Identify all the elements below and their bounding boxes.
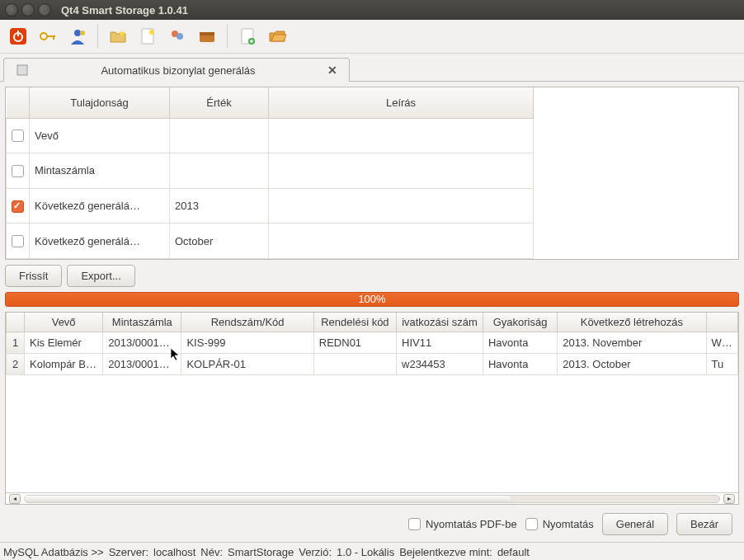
prop-row[interactable]: Következő generálá… October bbox=[7, 224, 534, 259]
checkbox[interactable] bbox=[12, 165, 24, 177]
row-number[interactable]: 2 bbox=[7, 354, 25, 375]
cell[interactable]: 2013/0001… bbox=[103, 332, 181, 354]
add-document-icon[interactable] bbox=[236, 25, 259, 48]
status-server-label: Szerver: bbox=[109, 546, 148, 558]
col-header[interactable]: Rendszám/Kód bbox=[181, 313, 313, 332]
prop-value[interactable] bbox=[170, 153, 269, 189]
window-maximize-button[interactable]: ▢ bbox=[38, 3, 51, 16]
svg-point-10 bbox=[149, 30, 154, 35]
cell[interactable]: HIV11 bbox=[397, 332, 483, 354]
prop-value[interactable]: October bbox=[170, 224, 269, 259]
status-bar: MySQL Adatbázis >> Szerver: localhost Né… bbox=[0, 542, 744, 560]
cell[interactable]: Kolompár B… bbox=[25, 354, 103, 375]
document-icon[interactable] bbox=[136, 25, 159, 48]
prop-row[interactable]: Vevő bbox=[7, 118, 534, 153]
col-header[interactable]: Következő létrehozás bbox=[558, 313, 706, 332]
svg-rect-17 bbox=[17, 65, 27, 75]
col-header[interactable]: Vevő bbox=[25, 313, 103, 332]
table-row[interactable]: 2 Kolompár B… 2013/0001… KOLPÁR-01 w2344… bbox=[7, 354, 738, 375]
svg-point-7 bbox=[80, 31, 85, 35]
users-icon[interactable] bbox=[166, 25, 189, 48]
print-pdf-label: Nyomtatás PDF-be bbox=[426, 518, 517, 530]
cell[interactable]: 2013. October bbox=[558, 354, 706, 375]
close-icon[interactable]: ✕ bbox=[327, 64, 337, 77]
checkbox[interactable] bbox=[12, 200, 24, 213]
cell[interactable]: Havonta bbox=[483, 354, 557, 375]
cell[interactable]: Kis Elemér bbox=[25, 332, 103, 354]
print-pdf-option[interactable]: Nyomtatás PDF-be bbox=[408, 518, 517, 530]
properties-table: Tulajdonság Érték Leírás Vevő Mintaszáml… bbox=[5, 87, 739, 260]
bottom-bar: Nyomtatás PDF-be Nyomtatás Generál Bezár bbox=[5, 510, 739, 537]
open-folder-icon[interactable] bbox=[266, 25, 289, 48]
generate-button[interactable]: Generál bbox=[602, 513, 668, 535]
checkbox[interactable] bbox=[12, 129, 24, 142]
col-header[interactable]: ivatkozási szám bbox=[397, 313, 483, 332]
cell[interactable] bbox=[313, 354, 396, 375]
tab-auto-voucher[interactable]: Automatikus bizonylat generálás ✕ bbox=[3, 58, 350, 82]
close-button[interactable]: Bezár bbox=[676, 513, 732, 535]
titlebar: ✕ ─ ▢ Qt4 Smart Storage 1.0.41 bbox=[0, 0, 744, 20]
prop-label: Következő generálá… bbox=[30, 224, 170, 259]
user-icon[interactable] bbox=[66, 25, 89, 48]
prop-desc bbox=[269, 153, 534, 189]
print-label: Nyomtatás bbox=[543, 518, 594, 530]
new-folder-icon[interactable] bbox=[106, 25, 129, 48]
prop-value[interactable]: 2013 bbox=[170, 188, 269, 224]
prop-header-check[interactable] bbox=[7, 87, 30, 118]
scroll-thumb[interactable] bbox=[25, 496, 511, 502]
svg-point-6 bbox=[74, 30, 81, 36]
checkbox[interactable] bbox=[12, 235, 24, 247]
scroll-right-icon[interactable]: ▸ bbox=[723, 494, 735, 504]
toolbar-separator bbox=[227, 25, 228, 48]
cell[interactable]: 2013. November bbox=[558, 332, 706, 354]
cell[interactable]: W… bbox=[706, 332, 737, 354]
cell[interactable]: KIS-999 bbox=[181, 332, 313, 354]
checkbox[interactable] bbox=[525, 518, 538, 530]
tab-label: Automatikus bizonylat generálás bbox=[37, 64, 319, 77]
window-close-button[interactable]: ✕ bbox=[5, 3, 18, 16]
status-login-label: Bejelentkezve mint: bbox=[399, 546, 492, 558]
col-header[interactable]: Mintaszámla bbox=[103, 313, 181, 332]
prop-label: Mintaszámla bbox=[30, 153, 170, 189]
col-header[interactable]: Gyakoriság bbox=[483, 313, 557, 332]
horizontal-scrollbar[interactable]: ◂ ▸ bbox=[6, 492, 738, 504]
scroll-track[interactable] bbox=[24, 495, 720, 503]
cell[interactable]: Havonta bbox=[483, 332, 557, 354]
col-header[interactable] bbox=[706, 313, 737, 332]
cell[interactable]: Tu bbox=[706, 354, 737, 375]
prop-header-value[interactable]: Érték bbox=[170, 87, 269, 118]
power-icon[interactable] bbox=[7, 25, 30, 48]
key-icon[interactable] bbox=[36, 25, 59, 48]
prop-label: Következő generálá… bbox=[30, 188, 170, 224]
status-login-value: default bbox=[497, 546, 530, 558]
row-header-corner[interactable] bbox=[7, 313, 25, 332]
prop-desc bbox=[269, 224, 534, 259]
wallet-icon[interactable] bbox=[195, 25, 219, 48]
col-header[interactable]: Rendelési kód bbox=[313, 313, 396, 332]
scroll-left-icon[interactable]: ◂ bbox=[9, 494, 21, 504]
checkbox[interactable] bbox=[408, 518, 421, 530]
svg-rect-2 bbox=[17, 31, 19, 36]
action-button-row: Frissít Export... bbox=[5, 265, 739, 287]
prop-header-desc[interactable]: Leírás bbox=[269, 87, 534, 118]
cell[interactable]: 2013/0001… bbox=[103, 354, 181, 375]
refresh-button[interactable]: Frissít bbox=[5, 265, 62, 287]
table-row[interactable]: 1 Kis Elemér 2013/0001… KIS-999 REDN01 H… bbox=[7, 332, 738, 354]
svg-point-12 bbox=[177, 33, 183, 40]
row-number[interactable]: 1 bbox=[7, 332, 25, 354]
svg-rect-5 bbox=[53, 35, 54, 40]
print-option[interactable]: Nyomtatás bbox=[525, 518, 594, 530]
prop-row[interactable]: Mintaszámla bbox=[7, 153, 534, 189]
status-name-value: SmartStorage bbox=[228, 546, 294, 558]
window-minimize-button[interactable]: ─ bbox=[21, 3, 35, 16]
status-server-value: localhost bbox=[153, 546, 195, 558]
export-button[interactable]: Export... bbox=[67, 265, 134, 287]
cell[interactable]: w234453 bbox=[397, 354, 483, 375]
cell[interactable]: KOLPÁR-01 bbox=[181, 354, 313, 375]
prop-value[interactable] bbox=[170, 118, 269, 153]
prop-row[interactable]: Következő generálá… 2013 bbox=[7, 188, 534, 224]
prop-header-property[interactable]: Tulajdonság bbox=[30, 87, 170, 118]
status-name-label: Név: bbox=[200, 546, 223, 558]
cell[interactable]: REDN01 bbox=[313, 332, 396, 354]
receipt-icon bbox=[16, 64, 29, 77]
